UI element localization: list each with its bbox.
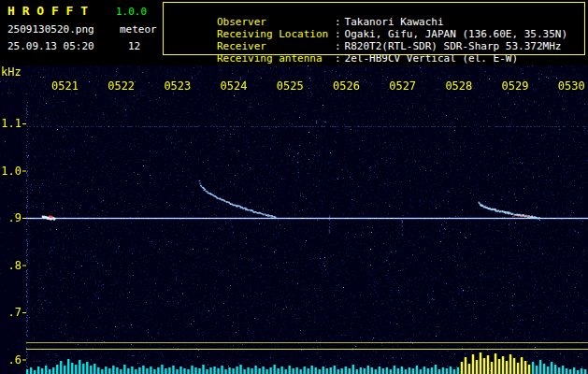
info-value: Takanori Kawachi xyxy=(345,16,444,28)
info-colon: : xyxy=(335,16,345,28)
info-value: 2el-HB9CV Vertical (el. E-W) xyxy=(345,52,518,65)
observation-datetime: 25.09.13 05:20 xyxy=(7,40,94,52)
spectrogram-canvas xyxy=(0,65,588,374)
hrofft-output-image: H R O F F T 1.0.0 2509130520.png meteor … xyxy=(0,0,588,374)
app-title: H R O F F T xyxy=(7,4,88,18)
info-label: Receiver xyxy=(217,40,335,52)
info-value: R820T2(RTL-SDR) SDR-Sharp 53.372MHz xyxy=(345,40,562,52)
info-colon: : xyxy=(335,40,345,52)
app-version: 1.0.0 xyxy=(116,6,147,18)
header: H R O F F T 1.0.0 2509130520.png meteor … xyxy=(0,0,588,65)
station-info-panel: Observer:Takanori Kawachi Receiving Loca… xyxy=(163,2,585,55)
info-colon: : xyxy=(335,28,345,40)
output-filename: 2509130520.png xyxy=(7,23,94,36)
info-label: Receiving Location xyxy=(217,28,335,40)
info-label: Observer xyxy=(217,16,335,28)
info-value: Ogaki, Gifu, JAPAN (136.60E, 35.35N) xyxy=(345,28,567,40)
info-row-observer: Observer:Takanori Kawachi xyxy=(167,4,581,16)
mode-label: meteor xyxy=(120,23,157,36)
info-label: Receiving antenna xyxy=(217,52,335,65)
info-colon: : xyxy=(335,52,345,65)
echo-count: 12 xyxy=(128,40,140,52)
